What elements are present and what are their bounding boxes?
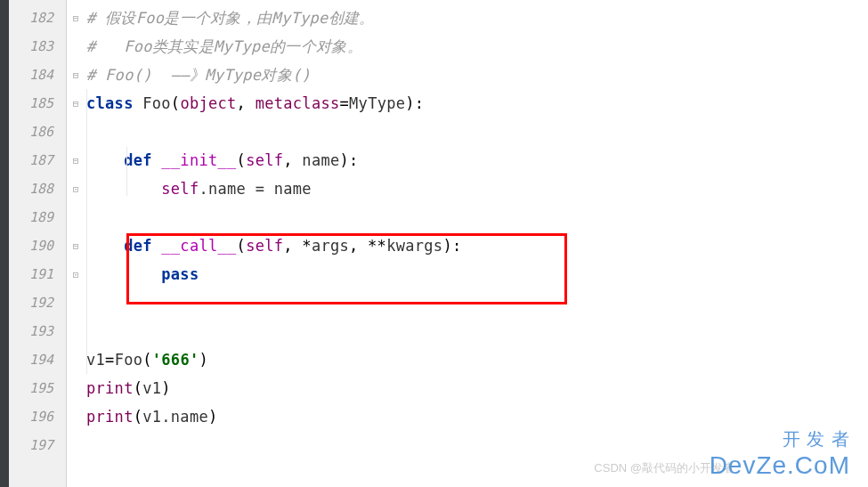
comment-text: # Foo类其实是MyType的一个对象。 xyxy=(86,37,362,55)
code-editor[interactable]: # 假设Foo是一个对象，由MyType创建。 # Foo类其实是MyType的… xyxy=(85,0,868,487)
indent-guide xyxy=(86,89,87,374)
line-number[interactable]: 191 xyxy=(9,260,66,288)
code-line[interactable]: v1=Foo('666') xyxy=(85,345,868,374)
line-number[interactable]: 188 xyxy=(9,175,66,203)
code-line[interactable]: pass xyxy=(85,260,868,288)
watermark-en: DevZe.CoM xyxy=(710,451,850,479)
fold-icon xyxy=(67,288,85,317)
code-line[interactable] xyxy=(85,118,868,146)
fold-icon xyxy=(67,118,85,146)
line-number[interactable]: 186 xyxy=(9,118,66,146)
fold-icon xyxy=(67,203,85,231)
fold-icon xyxy=(67,402,85,431)
line-number[interactable]: 196 xyxy=(9,402,66,431)
line-number[interactable]: 193 xyxy=(9,317,66,345)
comment-text: # Foo() ——》MyType对象() xyxy=(86,66,311,84)
line-number[interactable]: 192 xyxy=(9,288,66,317)
fold-icon xyxy=(67,345,85,374)
left-tool-bar xyxy=(0,0,9,487)
fold-icon[interactable]: ⊟ xyxy=(67,89,85,118)
fold-icon[interactable]: ⊟ xyxy=(67,231,85,260)
code-line[interactable] xyxy=(85,203,868,231)
fold-icon[interactable]: ⊟ xyxy=(67,61,85,89)
code-line[interactable] xyxy=(85,288,868,317)
indent-guide xyxy=(126,233,127,282)
code-line[interactable]: def __call__(self, *args, **kwargs): xyxy=(85,231,868,260)
line-number[interactable]: 197 xyxy=(9,431,66,459)
fold-icon xyxy=(67,431,85,459)
fold-icon[interactable]: ⊟ xyxy=(67,146,85,175)
line-number[interactable]: 182 xyxy=(9,4,66,32)
fold-icon xyxy=(67,317,85,345)
code-line[interactable]: # Foo() ——》MyType对象() xyxy=(85,61,868,89)
indent-guide xyxy=(126,147,127,196)
watermark-cn: 开 发 者 xyxy=(710,427,850,451)
fold-icon[interactable]: ⊡ xyxy=(67,260,85,288)
comment-text: # 假设Foo是一个对象，由MyType创建。 xyxy=(86,9,374,27)
line-number[interactable]: 183 xyxy=(9,32,66,61)
line-number[interactable]: 194 xyxy=(9,345,66,374)
line-number[interactable]: 184 xyxy=(9,61,66,89)
code-line[interactable]: def __init__(self, name): xyxy=(85,146,868,175)
line-number-gutter: 182 183 184 185 186 187 188 189 190 191 … xyxy=(9,0,67,487)
fold-icon xyxy=(67,374,85,402)
line-number[interactable]: 185 xyxy=(9,89,66,118)
fold-icon[interactable]: ⊟ xyxy=(67,4,85,32)
line-number[interactable]: 195 xyxy=(9,374,66,402)
devze-watermark: 开 发 者 DevZe.CoM xyxy=(710,427,850,480)
code-line[interactable]: # Foo类其实是MyType的一个对象。 xyxy=(85,32,868,61)
fold-gutter: ⊟ ⊟ ⊟ ⊟ ⊡ ⊟ ⊡ xyxy=(67,0,85,487)
code-line[interactable] xyxy=(85,317,868,345)
code-line[interactable]: self.name = name xyxy=(85,175,868,203)
fold-icon xyxy=(67,32,85,61)
code-line[interactable]: class Foo(object, metaclass=MyType): xyxy=(85,89,868,118)
fold-icon[interactable]: ⊡ xyxy=(67,175,85,203)
line-number[interactable]: 189 xyxy=(9,203,66,231)
code-line[interactable]: print(v1) xyxy=(85,374,868,402)
line-number[interactable]: 187 xyxy=(9,146,66,175)
line-number[interactable]: 190 xyxy=(9,231,66,260)
code-line[interactable]: # 假设Foo是一个对象，由MyType创建。 xyxy=(85,4,868,32)
